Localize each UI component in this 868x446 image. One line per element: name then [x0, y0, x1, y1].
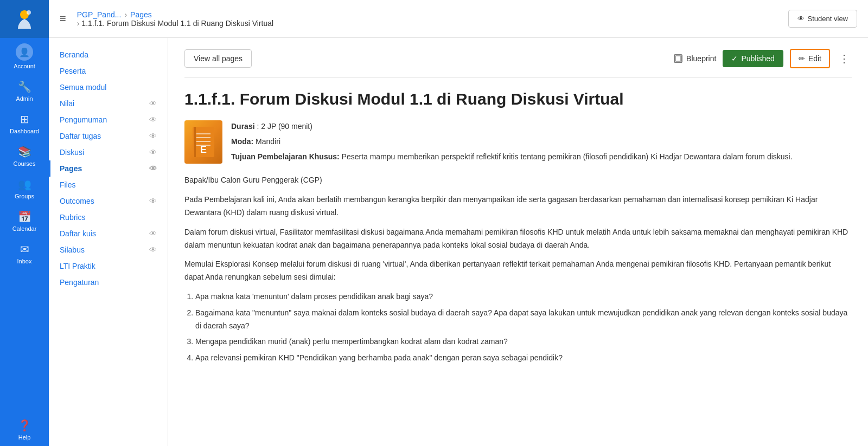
sidebar-label-lti-praktik: LTI Praktik [60, 262, 95, 270]
student-view-button[interactable]: 👁 Student view [788, 10, 857, 28]
student-view-icon: 👁 [797, 15, 805, 23]
sidebar-label-daftar-kuis: Daftar kuis [60, 229, 96, 238]
pencil-icon: ✏ [799, 54, 805, 63]
breadcrumb-top: PGP_Pand... › Pages [77, 10, 782, 19]
eye-icon-outcomes: 👁 [149, 197, 157, 205]
eye-icon-nilai: 👁 [149, 99, 157, 108]
question-list: Apa makna kata 'menuntun' dalam proses p… [195, 290, 852, 365]
sidebar-item-rubrics[interactable]: Rubrics [49, 209, 168, 225]
breadcrumb-sep-1: › [124, 10, 127, 19]
page-toolbar: View all pages Blueprint ✓ Published [184, 49, 852, 77]
sidebar-item-outcomes[interactable]: Outcomes 👁 [49, 193, 168, 209]
breadcrumb-bottom: › 1.1.f.1. Forum Diskusi Modul 1.1 di Ru… [77, 19, 782, 28]
breadcrumb: PGP_Pand... › Pages › 1.1.f.1. Forum Dis… [77, 10, 782, 28]
check-icon: ✓ [731, 54, 738, 63]
eye-icon-silabus: 👁 [149, 245, 157, 254]
svg-rect-5 [194, 127, 196, 157]
sidebar-item-pages[interactable]: Pages 👁 [49, 160, 168, 177]
more-options-button[interactable]: ⋮ [837, 52, 852, 65]
student-view-label: Student view [808, 15, 848, 23]
nav-label-admin: Admin [16, 95, 33, 102]
nav-item-admin[interactable]: 🔧 Admin [0, 75, 49, 107]
svg-text:E: E [200, 144, 207, 155]
nav-item-calendar[interactable]: 📅 Calendar [0, 205, 49, 237]
page-body: E Durasi : 2 JP (90 menit) Moda: Mandiri… [184, 120, 852, 365]
sidebar-label-silabus: Silabus [60, 245, 85, 254]
sidebar-label-outcomes: Outcomes [60, 197, 94, 205]
para1: Pada Pembelajaran kali ini, Anda akan be… [184, 193, 852, 219]
blueprint-label: Blueprint [686, 54, 716, 63]
edit-button[interactable]: ✏ Edit [790, 49, 830, 68]
moda-text: Moda: Mandiri [231, 135, 852, 148]
sidebar-item-diskusi[interactable]: Diskusi 👁 [49, 144, 168, 160]
sidebar-item-beranda[interactable]: Beranda [49, 47, 168, 63]
info-box: E Durasi : 2 JP (90 menit) Moda: Mandiri… [184, 120, 852, 165]
sidebar-item-silabus[interactable]: Silabus 👁 [49, 242, 168, 258]
breadcrumb-page-title: 1.1.f.1. Forum Diskusi Modul 1.1 di Ruan… [81, 19, 273, 28]
sidebar-item-semua-modul[interactable]: Semua modul [49, 79, 168, 95]
page-title: 1.1.f.1. Forum Diskusi Modul 1.1 di Ruan… [184, 88, 852, 109]
para2: Dalam forum diskusi virtual, Fasilitator… [184, 226, 852, 252]
svg-point-1 [27, 10, 31, 15]
dashboard-icon: ⊞ [20, 113, 29, 126]
groups-icon: 👥 [18, 178, 31, 191]
nav-item-dashboard[interactable]: ⊞ Dashboard [0, 107, 49, 140]
sidebar-item-daftar-kuis[interactable]: Daftar kuis 👁 [49, 225, 168, 242]
list-item: Apa relevansi pemikiran KHD "Pendidikan … [195, 352, 852, 365]
sidebar-item-peserta[interactable]: Peserta [49, 63, 168, 79]
blueprint-icon [673, 54, 683, 63]
calendar-icon: 📅 [18, 210, 31, 223]
list-item: Apa makna kata 'menuntun' dalam proses p… [195, 290, 852, 303]
sidebar-label-pengumuman: Pengumuman [60, 115, 107, 124]
nav-item-courses[interactable]: 📚 Courses [0, 140, 49, 172]
hamburger-button[interactable]: ≡ [60, 12, 66, 25]
eye-icon-daftar-kuis: 👁 [149, 229, 157, 238]
nav-item-account[interactable]: 👤 Account [0, 38, 49, 75]
top-bar: ≡ PGP_Pand... › Pages › 1.1.f.1. Forum D… [49, 0, 868, 38]
list-item: Bagaimana kata "menuntun" saya maknai da… [195, 307, 852, 333]
inbox-icon: ✉ [20, 243, 29, 256]
sidebar-label-pengaturan: Pengaturan [60, 278, 99, 287]
nav-label-account: Account [14, 63, 35, 69]
eye-icon-daftar-tugas: 👁 [149, 132, 157, 140]
book-icon: E [184, 120, 222, 164]
svg-rect-3 [675, 56, 681, 61]
nav-label-groups: Groups [15, 193, 34, 199]
sidebar-item-nilai[interactable]: Nilai 👁 [49, 95, 168, 112]
nav-label-dashboard: Dashboard [10, 128, 39, 134]
para3: Memulai Eksplorasi Konsep melalui forum … [184, 258, 852, 284]
help-icon: ❓ [18, 419, 31, 432]
sidebar-item-pengumuman[interactable]: Pengumuman 👁 [49, 112, 168, 128]
nav-bar: 👤 Account 🔧 Admin ⊞ Dashboard 📚 Courses … [0, 0, 49, 446]
info-text: Durasi : 2 JP (90 menit) Moda: Mandiri T… [231, 120, 852, 165]
published-button[interactable]: ✓ Published [723, 50, 783, 67]
breadcrumb-course-link[interactable]: PGP_Pand... [77, 10, 122, 19]
courses-icon: 📚 [18, 145, 31, 158]
sidebar-item-pengaturan[interactable]: Pengaturan [49, 274, 168, 290]
published-label: Published [741, 54, 775, 63]
nav-item-help[interactable]: ❓ Help [0, 413, 49, 446]
sidebar-label-daftar-tugas: Daftar tugas [60, 132, 101, 140]
blueprint-button[interactable]: Blueprint [673, 54, 716, 63]
eye-icon-diskusi: 👁 [149, 148, 157, 157]
nav-item-inbox[interactable]: ✉ Inbox [0, 237, 49, 270]
breadcrumb-arrow: › [77, 19, 80, 28]
breadcrumb-pages-link[interactable]: Pages [130, 10, 152, 19]
content-area: Beranda Peserta Semua modul Nilai 👁 Peng… [49, 38, 868, 446]
account-avatar: 👤 [16, 43, 33, 61]
eye-icon-pengumuman: 👁 [149, 115, 157, 124]
sidebar-label-files: Files [60, 180, 76, 189]
sidebar-label-nilai: Nilai [60, 99, 74, 108]
main-area: ≡ PGP_Pand... › Pages › 1.1.f.1. Forum D… [49, 0, 868, 446]
nav-item-groups[interactable]: 👥 Groups [0, 172, 49, 205]
view-all-pages-button[interactable]: View all pages [184, 49, 252, 68]
nav-label-help: Help [18, 434, 31, 441]
sidebar-label-peserta: Peserta [60, 67, 86, 75]
durasi-text: Durasi : 2 JP (90 menit) [231, 120, 852, 133]
eye-icon-pages: 👁 [149, 164, 157, 173]
sidebar-item-daftar-tugas[interactable]: Daftar tugas 👁 [49, 128, 168, 144]
admin-icon: 🔧 [18, 80, 31, 93]
sidebar-item-files[interactable]: Files [49, 177, 168, 193]
sidebar-label-pages: Pages [60, 164, 82, 173]
sidebar-item-lti-praktik[interactable]: LTI Praktik [49, 258, 168, 274]
